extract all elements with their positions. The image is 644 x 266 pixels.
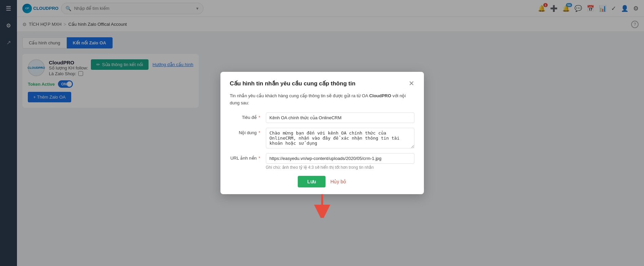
url-hint: Ghi chú: ảnh theo tỷ lệ 4:3 sẽ hiển thị … — [266, 165, 414, 170]
noi-dung-textarea[interactable]: Chào mừng bạn đến với kênh OA chính thức… — [266, 128, 414, 148]
form-row-url: URL ảnh nền * Ghi chú: ảnh theo tỷ lệ 4:… — [230, 153, 414, 170]
form-row-noi-dung: Nội dung * Chào mừng bạn đến với kênh OA… — [230, 128, 414, 148]
arrow-svg — [310, 194, 334, 218]
modal-header: Cấu hình tin nhắn yêu cầu cung cấp thông… — [230, 80, 414, 87]
cancel-btn[interactable]: Hủy bỏ — [330, 179, 346, 184]
form-row-tieu-de: Tiêu đề * — [230, 112, 414, 123]
required-star-noi-dung: * — [258, 130, 260, 135]
modal-description: Tin nhắn yêu cầu khách hàng cung cấp thô… — [230, 93, 414, 107]
save-btn[interactable]: Lưu — [298, 176, 326, 187]
arrow-indicator — [310, 194, 334, 218]
noi-dung-wrapper: Chào mừng bạn đến với kênh OA chính thức… — [266, 128, 414, 148]
modal-dialog: Cấu hình tin nhắn yêu cầu cung cấp thông… — [220, 72, 424, 195]
modal-close-btn[interactable]: ✕ — [409, 80, 414, 87]
url-input[interactable] — [266, 153, 414, 164]
modal-overlay: Cấu hình tin nhắn yêu cầu cung cấp thông… — [0, 0, 644, 266]
url-wrapper: Ghi chú: ảnh theo tỷ lệ 4:3 sẽ hiển thị … — [266, 153, 414, 170]
noi-dung-label: Nội dung * — [230, 128, 260, 135]
modal-footer: Lưu Hủy bỏ — [230, 176, 414, 187]
required-star-url: * — [258, 156, 260, 161]
url-label: URL ảnh nền * — [230, 153, 260, 161]
tieu-de-label: Tiêu đề * — [230, 112, 260, 120]
required-star-tieu-de: * — [258, 115, 260, 120]
tieu-de-input[interactable] — [266, 112, 414, 123]
modal-title: Cấu hình tin nhắn yêu cầu cung cấp thông… — [230, 80, 356, 87]
